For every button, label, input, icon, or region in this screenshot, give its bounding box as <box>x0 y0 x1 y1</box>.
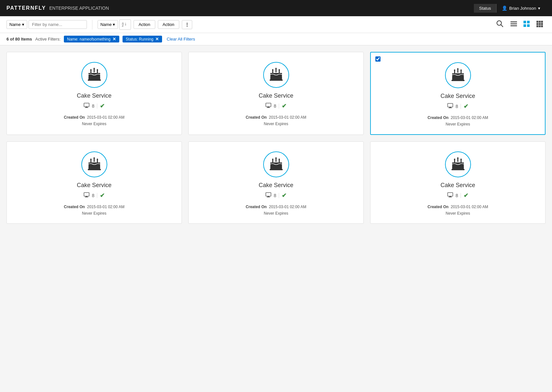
svg-rect-88 <box>452 166 464 169</box>
svg-point-73 <box>275 157 276 159</box>
card-icon-circle-1 <box>81 62 107 88</box>
toolbar-divider-1 <box>92 20 92 30</box>
svg-rect-44 <box>267 107 270 108</box>
filter-tag-status-close[interactable]: ✕ <box>155 37 159 42</box>
svg-rect-63 <box>88 162 100 166</box>
table-view-button[interactable] <box>534 19 546 30</box>
card-meta-2: 8 ✔ <box>265 102 287 110</box>
card-count-6: 8 <box>456 193 458 198</box>
card-meta-divider-5 <box>279 193 279 198</box>
svg-rect-51 <box>452 73 464 77</box>
filter-tag-name[interactable]: Name: nameofsomething ✕ <box>64 36 119 42</box>
more-actions-button[interactable]: ⋮ <box>182 20 192 29</box>
card-meta-6: 8 ✔ <box>447 192 469 199</box>
card-info-6: Created On 2015-03-01 02:00 AM Never Exp… <box>428 204 488 217</box>
card-title-2: Cake Service <box>259 92 293 99</box>
card-meta-1: 8 ✔ <box>84 102 105 110</box>
filter-type-select[interactable]: Name ▾ <box>6 20 27 29</box>
svg-rect-53 <box>452 80 464 81</box>
svg-rect-77 <box>270 169 283 170</box>
card-item-3[interactable]: Cake Service 8 ✔ Created On 2015-03-01 0… <box>370 52 546 135</box>
svg-rect-28 <box>88 76 100 79</box>
brand-logo: PATTERNFLY <box>6 5 46 11</box>
action-button-2[interactable]: Action <box>158 20 179 29</box>
svg-rect-68 <box>85 197 88 197</box>
svg-point-50 <box>460 69 462 71</box>
card-item-4[interactable]: Cake Service 8 ✔ Created On 2015-03-01 0… <box>6 141 182 224</box>
monitor-icon-5 <box>265 192 271 199</box>
svg-point-61 <box>93 157 95 159</box>
sort-az-icon: A Z ↓ <box>122 21 128 27</box>
card-count-3: 8 <box>456 104 458 109</box>
card-item-5[interactable]: Cake Service 8 ✔ Created On 2015-03-01 0… <box>188 141 364 224</box>
svg-rect-78 <box>266 193 271 196</box>
user-menu[interactable]: 👤 Brian Johnson ▾ <box>497 4 546 13</box>
svg-point-49 <box>457 68 458 70</box>
svg-line-4 <box>501 25 503 27</box>
chevron-down-icon: ▾ <box>113 22 115 27</box>
card-meta-divider-2 <box>279 103 279 109</box>
card-count-4: 8 <box>92 193 95 198</box>
svg-rect-12 <box>536 21 538 23</box>
svg-rect-79 <box>267 196 269 197</box>
clear-all-filters-link[interactable]: Clear All Filters <box>167 37 195 42</box>
svg-rect-17 <box>541 23 543 25</box>
card-count-1: 8 <box>92 103 95 109</box>
card-meta-5: 8 ✔ <box>265 192 287 199</box>
list-view-button[interactable] <box>508 19 520 30</box>
card-view-button[interactable] <box>521 19 533 30</box>
svg-rect-7 <box>511 25 517 26</box>
card-status-check-6: ✔ <box>464 192 468 199</box>
card-status-check-1: ✔ <box>100 102 105 110</box>
svg-rect-42 <box>266 103 271 107</box>
card-status-check-5: ✔ <box>282 192 287 199</box>
cake-icon-2 <box>269 68 283 82</box>
sort-direction-button[interactable]: A Z ↓ <box>119 19 131 30</box>
card-status-check-2: ✔ <box>282 102 287 110</box>
svg-rect-13 <box>539 21 541 23</box>
monitor-icon-2 <box>265 103 271 109</box>
svg-rect-41 <box>270 79 283 81</box>
svg-rect-75 <box>270 162 282 166</box>
svg-point-48 <box>454 69 455 71</box>
svg-rect-43 <box>267 107 269 107</box>
list-view-icon <box>511 21 517 27</box>
svg-rect-52 <box>452 77 464 80</box>
card-view-icon <box>523 21 530 27</box>
svg-rect-20 <box>541 25 543 27</box>
card-item-2[interactable]: Cake Service 8 ✔ Created On 2015-03-01 0… <box>188 52 364 135</box>
filter-tag-status-text: Status: Running <box>126 37 153 42</box>
svg-rect-10 <box>523 24 526 27</box>
svg-rect-18 <box>536 25 538 27</box>
card-item-6[interactable]: Cake Service 8 ✔ Created On 2015-03-01 0… <box>370 141 546 224</box>
filter-tag-name-close[interactable]: ✕ <box>112 37 116 42</box>
svg-point-72 <box>272 159 273 160</box>
filter-tag-status[interactable]: Status: Running ✕ <box>123 36 162 42</box>
card-icon-circle-6 <box>445 151 471 177</box>
card-icon-circle-4 <box>81 151 107 177</box>
card-meta-4: 8 ✔ <box>84 192 105 199</box>
toolbar: Name ▾ Name ▾ A Z ↓ Action Action ⋮ <box>0 16 552 33</box>
main-content: Cake Service 8 ✔ Created On 2015-03-01 0… <box>0 45 552 230</box>
svg-rect-27 <box>88 73 100 76</box>
toolbar-view-controls <box>493 18 546 31</box>
card-icon-circle-5 <box>263 151 289 177</box>
svg-rect-87 <box>452 162 464 166</box>
card-checkbox-3[interactable] <box>375 56 381 62</box>
cake-icon-6 <box>451 157 465 172</box>
svg-rect-92 <box>449 197 452 197</box>
result-count: 6 of 80 Items <box>6 37 32 42</box>
table-view-icon <box>536 21 543 27</box>
card-title-6: Cake Service <box>440 182 475 189</box>
filter-input[interactable] <box>29 20 87 29</box>
status-button[interactable]: Status <box>474 4 497 13</box>
svg-rect-19 <box>539 25 541 27</box>
search-button[interactable] <box>493 18 507 31</box>
card-title-1: Cake Service <box>77 92 112 99</box>
svg-rect-29 <box>88 79 101 81</box>
svg-point-36 <box>272 69 273 71</box>
sort-select[interactable]: Name ▾ <box>98 20 118 29</box>
action-button-1[interactable]: Action <box>134 20 155 29</box>
card-meta-divider-1 <box>97 103 97 109</box>
card-item-1[interactable]: Cake Service 8 ✔ Created On 2015-03-01 0… <box>6 52 182 135</box>
